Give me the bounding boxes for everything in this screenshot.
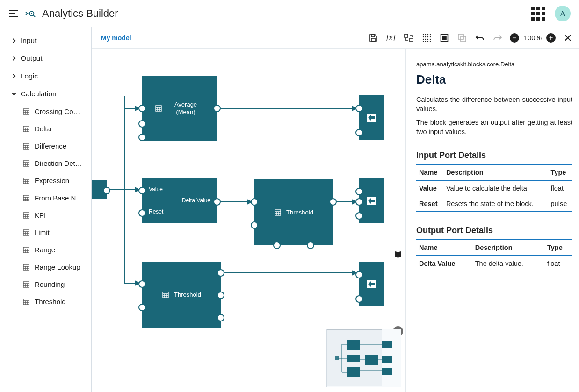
block-icon	[22, 246, 30, 254]
svg-point-29	[429, 38, 430, 39]
svg-rect-14	[371, 35, 375, 37]
sidebar-leaf[interactable]: Limit	[0, 224, 91, 241]
block-icon	[22, 281, 30, 288]
port-name: Reset	[416, 196, 443, 212]
zoom-controls: − 100% +	[510, 33, 556, 43]
sidebar-leaf-label: Limit	[35, 228, 50, 236]
avatar[interactable]: A	[555, 6, 571, 21]
svg-point-18	[422, 34, 423, 35]
calculator-icon	[155, 105, 162, 112]
save-icon[interactable]	[368, 32, 379, 43]
zoom-in-button[interactable]: +	[546, 33, 556, 43]
sidebar-item-calculation[interactable]: Calculation	[0, 85, 91, 103]
sidebar-leaf[interactable]: Crossing Co…	[0, 103, 91, 120]
svg-point-19	[425, 34, 426, 35]
zoom-level: 100%	[524, 34, 542, 42]
svg-point-21	[429, 34, 430, 35]
group-icon[interactable]	[439, 32, 450, 43]
chevron-right-icon	[11, 56, 17, 61]
canvas-output-node-1[interactable]	[359, 95, 384, 140]
canvas-node-delta[interactable]: Value Reset Delta Value	[142, 178, 217, 223]
block-title: Delta	[416, 72, 572, 87]
svg-rect-4	[23, 143, 29, 149]
port-label-value: Value	[149, 186, 163, 192]
canvas-output-node-3[interactable]	[359, 262, 384, 306]
sidebar-leaf[interactable]: Range	[0, 241, 91, 258]
sidebar-leaf[interactable]: Delta	[0, 120, 91, 137]
svg-rect-9	[23, 230, 29, 235]
arrow-left-icon	[367, 114, 376, 122]
sidebar-leaf-label: Expression	[35, 177, 69, 185]
replace-icon[interactable]	[403, 32, 414, 43]
table-row: ResetResets the state of the block.pulse	[416, 196, 572, 212]
svg-rect-2	[23, 109, 29, 114]
svg-rect-15	[371, 38, 375, 41]
output-ports-heading: Output Port Details	[416, 226, 572, 235]
arrow-left-icon	[367, 280, 376, 288]
sidebar-leaf[interactable]: From Base N	[0, 189, 91, 207]
svg-rect-35	[442, 36, 446, 40]
table-header-description: Description	[443, 164, 548, 180]
svg-point-31	[425, 41, 426, 42]
minimap[interactable]	[326, 329, 401, 387]
docs-icon[interactable]	[393, 249, 403, 260]
apps-grid-icon[interactable]	[531, 7, 545, 21]
svg-point-23	[425, 36, 426, 37]
sidebar-leaf[interactable]: Range Lookup	[0, 258, 91, 276]
sidebar-item-logic[interactable]: Logic	[0, 67, 91, 85]
sidebar-leaf[interactable]: Rounding	[0, 276, 91, 293]
svg-rect-5	[23, 161, 29, 166]
sidebar-item-label: Input	[21, 36, 36, 45]
svg-rect-40	[163, 292, 168, 298]
node-label: Threshold	[286, 209, 313, 216]
sidebar: Input Output Logic Calculation Crossing …	[0, 27, 92, 392]
sidebar-leaf-label: Threshold	[35, 298, 66, 306]
undo-icon[interactable]	[474, 32, 485, 43]
table-header-description: Description	[472, 240, 544, 256]
redo-icon[interactable]	[492, 32, 503, 43]
svg-rect-17	[410, 38, 413, 42]
svg-point-33	[429, 41, 430, 42]
canvas-node-average[interactable]: Average (Mean)	[142, 76, 217, 141]
app-header: Analytics Builder A	[0, 0, 579, 27]
sidebar-leaf[interactable]: Difference	[0, 137, 91, 155]
canvas-input-node[interactable]	[92, 180, 107, 199]
block-icon	[22, 143, 30, 150]
grid-icon[interactable]	[421, 32, 432, 43]
sidebar-item-output[interactable]: Output	[0, 50, 91, 67]
variable-icon[interactable]: [x]	[385, 32, 397, 43]
close-icon[interactable]	[562, 32, 573, 43]
sidebar-item-label: Logic	[21, 72, 38, 80]
node-label: Threshold	[174, 291, 201, 298]
sidebar-leaf-label: Direction Det…	[35, 159, 82, 167]
model-title[interactable]: My model	[101, 34, 131, 42]
sidebar-leaf[interactable]: Expression	[0, 172, 91, 189]
svg-point-1	[31, 13, 32, 14]
chevron-down-icon	[11, 91, 17, 97]
svg-point-26	[422, 38, 423, 39]
chevron-right-icon	[11, 38, 17, 43]
sidebar-leaf-label: KPI	[35, 211, 46, 219]
block-icon	[22, 194, 30, 202]
sidebar-leaf[interactable]: Direction Det…	[0, 155, 91, 172]
sidebar-leaf[interactable]: KPI	[0, 207, 91, 224]
ungroup-icon[interactable]	[456, 32, 468, 43]
port-name: Delta Value	[416, 256, 472, 271]
svg-point-25	[429, 36, 430, 37]
sidebar-leaf[interactable]: Threshold	[0, 293, 91, 310]
calculator-icon	[274, 209, 282, 216]
canvas-node-threshold-center[interactable]: Threshold	[254, 179, 333, 245]
sidebar-leaf-label: Range Lookup	[35, 263, 80, 271]
canvas-output-node-2[interactable]	[359, 178, 384, 223]
canvas-node-threshold-bottom[interactable]: Threshold	[142, 262, 221, 328]
block-icon	[22, 160, 30, 167]
table-header-name: Name	[416, 240, 472, 256]
table-row: Delta ValueThe delta value.float	[416, 256, 572, 271]
sidebar-leaf-label: Rounding	[35, 280, 65, 288]
model-canvas[interactable]: Average (Mean) Value Reset Delta Value	[92, 49, 406, 392]
zoom-out-button[interactable]: −	[510, 33, 519, 43]
port-type: float	[548, 180, 572, 196]
menu-icon[interactable]	[8, 8, 19, 19]
sidebar-leaf-label: Delta	[35, 125, 51, 133]
sidebar-item-input[interactable]: Input	[0, 32, 91, 50]
